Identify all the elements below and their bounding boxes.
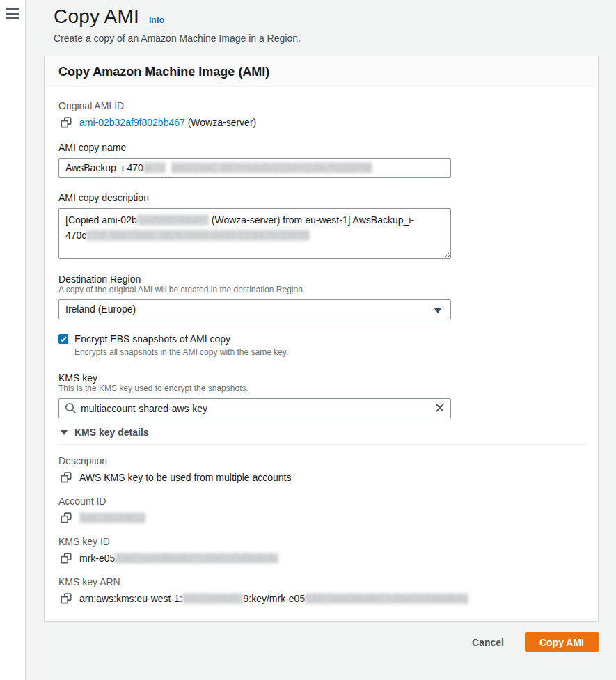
detail-kms-key-id: KMS key ID mrk-e0563d21a443f8a9b27c55e01… xyxy=(58,536,584,564)
original-ami-link[interactable]: ami-02b32af9f802bb467 xyxy=(79,117,185,128)
field-kms-key: KMS key This is the KMS key used to encr… xyxy=(58,372,584,418)
copy-name-label: AMI copy name xyxy=(58,142,584,153)
kms-details-toggle[interactable]: KMS key details xyxy=(61,427,584,438)
destination-region-value: Ireland (Europe) xyxy=(65,303,136,315)
description-label: Description xyxy=(58,455,584,466)
copy-description-textarea[interactable]: [Copied ami-02b32af9f802bb467 (Wowza-ser… xyxy=(58,208,451,259)
field-encrypt: Encrypt EBS snapshots of AMI copy Encryp… xyxy=(58,333,584,357)
original-ami-label: Original AMI ID xyxy=(58,100,584,111)
page-subtitle: Create a copy of an Amazon Machine Image… xyxy=(54,33,599,44)
search-icon xyxy=(65,402,77,416)
kms-key-id-label: KMS key ID xyxy=(58,536,584,547)
copy-name-redacted: dc7d xyxy=(143,162,166,173)
kms-key-help: This is the KMS key used to encrypt the … xyxy=(58,384,584,393)
kms-key-arn-visible: arn:aws:kms:eu-west-1: xyxy=(79,593,182,604)
copy-name-visible: _ xyxy=(166,162,171,173)
copy-icon[interactable] xyxy=(61,553,72,564)
destination-region-help: A copy of the original AMI will be creat… xyxy=(58,285,584,294)
side-rail xyxy=(0,0,26,680)
kms-key-id-visible: mrk-e05 xyxy=(79,553,115,564)
copy-icon[interactable] xyxy=(61,472,72,483)
description-visible: 470c xyxy=(65,230,86,241)
kms-key-search-input[interactable] xyxy=(58,398,451,418)
destination-region-label: Destination Region xyxy=(58,274,584,285)
description-visible: (Wowza-server) from eu-west-1] AwsBackup… xyxy=(209,214,414,226)
kms-key-arn-visible: 9:key/mrk-e05 xyxy=(243,593,305,604)
info-link[interactable]: Info xyxy=(149,15,164,25)
detail-description: Description AWS KMS key to be used from … xyxy=(58,455,584,483)
original-ami-name: (Wowza-server) xyxy=(188,117,257,128)
copy-name-input[interactable]: AwsBackup_i-470dc7d_966729AC-5B70-0A40-D… xyxy=(58,158,451,178)
detail-kms-key-arn: KMS key ARN arn:aws:kms:eu-west-1:546733… xyxy=(58,576,584,604)
check-icon xyxy=(60,336,67,342)
kms-key-arn-redacted: 63d21a443f8a9b27c55e01f3d9e8b4a xyxy=(305,593,468,604)
encrypt-help: Encrypts all snapshots in the AMI copy w… xyxy=(74,347,584,357)
clear-icon[interactable] xyxy=(434,402,445,413)
panel-header: Copy Amazon Machine Image (AMI) xyxy=(45,56,598,88)
copy-description-label: AMI copy description xyxy=(58,192,584,203)
detail-account-id: Account ID 546733333019 xyxy=(58,496,584,523)
field-original-ami: Original AMI ID ami-02b32af9f802bb467 (W… xyxy=(58,100,584,128)
copy-name-visible: AwsBackup_i-470 xyxy=(65,162,143,173)
description-value: AWS KMS key to be used from multiple acc… xyxy=(79,472,292,483)
form-actions: Cancel Copy AMI xyxy=(26,632,599,652)
page-header: Copy AMI Info Create a copy of an Amazon… xyxy=(26,0,616,44)
account-id-label: Account ID xyxy=(58,496,584,507)
copy-icon[interactable] xyxy=(61,117,72,128)
field-destination-region: Destination Region A copy of the origina… xyxy=(58,274,584,319)
hamburger-icon[interactable] xyxy=(6,8,19,19)
panel-title: Copy Amazon Machine Image (AMI) xyxy=(58,65,584,79)
kms-key-label: KMS key xyxy=(58,372,584,384)
triangle-down-icon xyxy=(61,430,68,435)
field-copy-description: AMI copy description [Copied ami-02b32af… xyxy=(58,192,584,259)
field-copy-name: AMI copy name AwsBackup_i-470dc7d_966729… xyxy=(58,142,584,178)
account-id-redacted: 546733333019 xyxy=(79,512,145,523)
kms-details-label: KMS key details xyxy=(74,427,149,438)
cancel-button[interactable]: Cancel xyxy=(472,637,504,648)
description-redacted: c7cf_566729AC-5B70-0A40-D133-CC9A791E5F5… xyxy=(86,230,310,241)
page-title: Copy AMI xyxy=(54,6,139,28)
description-visible: [Copied ami-02b xyxy=(65,214,137,226)
copy-ami-button[interactable]: Copy AMI xyxy=(525,632,599,652)
encrypt-label[interactable]: Encrypt EBS snapshots of AMI copy xyxy=(74,333,230,345)
divider xyxy=(58,444,586,445)
copy-ami-panel: Copy Amazon Machine Image (AMI) Original… xyxy=(44,56,599,622)
kms-key-arn-label: KMS key ARN xyxy=(58,576,584,587)
destination-region-select[interactable]: Ireland (Europe) xyxy=(58,299,451,319)
copy-name-redacted: 966729AC-5B70-0A40-D133-CC9A791E5F5B xyxy=(171,162,372,173)
kms-key-arn-redacted: 54673333301 xyxy=(182,593,244,604)
description-redacted: 32af9f802bb467 xyxy=(137,214,209,226)
copy-icon[interactable] xyxy=(61,593,72,604)
copy-icon[interactable] xyxy=(61,512,72,523)
caret-down-icon xyxy=(434,308,442,313)
encrypt-checkbox[interactable] xyxy=(58,334,68,344)
kms-key-id-redacted: 63d21a443f8a9b27c55e01f3d9e8b4a xyxy=(115,553,278,564)
main-content: Copy AMI Info Create a copy of an Amazon… xyxy=(26,0,616,680)
